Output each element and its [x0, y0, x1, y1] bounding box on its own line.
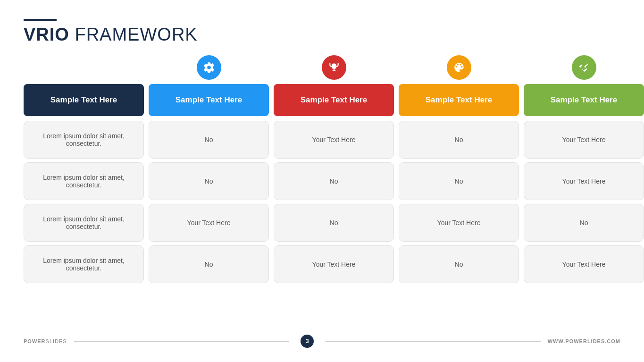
header-cell-0: Sample Text Here [24, 84, 144, 116]
header-row: Sample Text Here Sample Text Here Sample… [24, 84, 620, 116]
table-row: Lorem ipsum dolor sit amet, consectetur.… [24, 204, 620, 242]
slide-container: VRIO FRAMEWORK [0, 0, 644, 362]
icon-cell-3 [399, 54, 519, 80]
header-cell-3: Sample Text Here [399, 84, 519, 116]
footer-website: WWW.POWERLIDES.COM [548, 338, 620, 344]
table-row: Lorem ipsum dolor sit amet, consectetur.… [24, 121, 620, 159]
data-cell-r0c0: Lorem ipsum dolor sit amet, consectetur. [24, 121, 144, 159]
data-cell-r1c2: No [274, 162, 394, 200]
icon-cell-2 [274, 54, 394, 80]
data-cell-r3c3: No [399, 245, 519, 283]
data-cell-r1c4: Your Text Here [524, 162, 644, 200]
data-cell-r1c3: No [399, 162, 519, 200]
brand-power: POWER [24, 338, 46, 344]
table-area: Sample Text Here Sample Text Here Sample… [24, 54, 620, 323]
footer-brand: POWERSLIDES [24, 338, 67, 344]
data-cell-r2c4: No [524, 204, 644, 242]
icon-cell-1 [149, 54, 269, 80]
rocket-icon [572, 55, 596, 80]
data-cell-r0c2: Your Text Here [274, 121, 394, 159]
header-cell-2: Sample Text Here [274, 84, 394, 116]
icon-cell-empty [24, 54, 144, 80]
title-normal: FRAMEWORK [69, 25, 198, 44]
brand-slides: SLIDES [46, 338, 67, 344]
data-cell-r2c3: Your Text Here [399, 204, 519, 242]
data-cell-r0c3: No [399, 121, 519, 159]
trophy-icon [322, 55, 346, 80]
data-rows: Lorem ipsum dolor sit amet, consectetur.… [24, 121, 620, 323]
icon-cell-4 [524, 54, 644, 80]
data-cell-r0c1: No [149, 121, 269, 159]
icons-row [24, 54, 620, 80]
header-cell-4: Sample Text Here [524, 84, 644, 116]
footer-line-left [74, 341, 289, 342]
data-cell-r0c4: Your Text Here [524, 121, 644, 159]
page-number: 3 [301, 335, 314, 348]
slide-title: VRIO FRAMEWORK [24, 25, 620, 45]
data-cell-r2c0: Lorem ipsum dolor sit amet, consectetur. [24, 204, 144, 242]
data-cell-r2c2: No [274, 204, 394, 242]
table-row: Lorem ipsum dolor sit amet, consectetur.… [24, 162, 620, 200]
title-bold: VRIO [24, 25, 69, 44]
data-cell-r1c1: No [149, 162, 269, 200]
palette-icon [447, 55, 471, 80]
data-cell-r2c1: Your Text Here [149, 204, 269, 242]
table-row: Lorem ipsum dolor sit amet, consectetur.… [24, 245, 620, 283]
title-accent-line [24, 19, 57, 21]
data-cell-r3c4: Your Text Here [524, 245, 644, 283]
footer-line-right [326, 341, 541, 342]
data-cell-r3c1: No [149, 245, 269, 283]
data-cell-r3c0: Lorem ipsum dolor sit amet, consectetur. [24, 245, 144, 283]
header-cell-1: Sample Text Here [149, 84, 269, 116]
title-area: VRIO FRAMEWORK [24, 19, 620, 45]
data-cell-r1c0: Lorem ipsum dolor sit amet, consectetur. [24, 162, 144, 200]
data-cell-r3c2: Your Text Here [274, 245, 394, 283]
gear-icon [197, 55, 221, 80]
footer: POWERSLIDES 3 WWW.POWERLIDES.COM [24, 331, 620, 348]
